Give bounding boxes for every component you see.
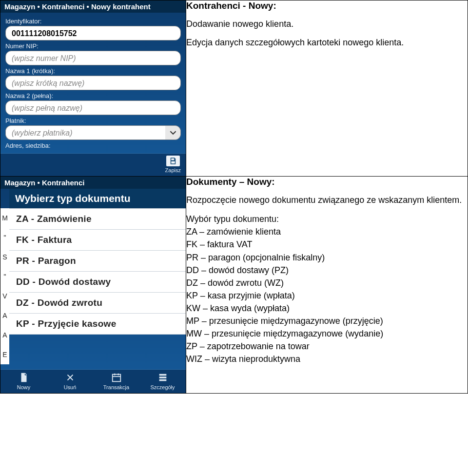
name2-label: Nazwa 2 (pełna): bbox=[5, 92, 181, 99]
list-line: PR – paragon (opcjonalnie fiskalny) bbox=[186, 251, 468, 264]
transaction-button[interactable]: Transakcja bbox=[93, 370, 139, 393]
calendar-icon bbox=[108, 372, 125, 383]
name1-label: Nazwa 1 (krótka): bbox=[5, 67, 181, 75]
payer-label: Płatnik: bbox=[5, 117, 181, 124]
list-line: MW – przesunięcie międzymagazynowe (wyda… bbox=[186, 327, 468, 340]
save-icon bbox=[166, 156, 180, 166]
details-icon bbox=[155, 372, 171, 383]
breadcrumb: Magazyn • Kontrahenci • Nowy kontrahent bbox=[0, 0, 186, 13]
name2-input[interactable]: (wpisz pełną nazwę) bbox=[5, 100, 181, 115]
list-line: KP – kasa przyjmie (wpłata) bbox=[186, 289, 468, 302]
save-button-label: Zapisz bbox=[165, 167, 181, 173]
id-label: Identyfikator: bbox=[5, 18, 181, 25]
payer-select-value: (wybierz płatnika) bbox=[5, 125, 165, 140]
name1-input[interactable]: (wpisz krótką nazwę) bbox=[5, 76, 181, 90]
new-button[interactable]: Nowy bbox=[0, 370, 47, 393]
nip-input[interactable]: (wpisz numer NIP) bbox=[5, 51, 181, 65]
list-intro: Wybór typu dokumentu: bbox=[186, 213, 468, 225]
list-line: DD – dowód dostawy (PZ) bbox=[186, 264, 468, 277]
save-button[interactable]: Zapisz bbox=[160, 154, 186, 176]
paragraph: Dodawanie nowego klienta. bbox=[186, 18, 468, 30]
transaction-button-label: Transakcja bbox=[103, 384, 129, 390]
chevron-down-icon[interactable] bbox=[165, 125, 181, 140]
paragraph: Rozpoczęcie nowego dokumentu związanego … bbox=[186, 194, 468, 206]
payer-select[interactable]: (wybierz płatnika) bbox=[5, 125, 181, 140]
list-item[interactable]: DZ - Dowód zwrotu bbox=[9, 293, 186, 314]
list-line: DZ – dowód zwrotu (WZ) bbox=[186, 277, 468, 289]
delete-button[interactable]: Usuń bbox=[47, 370, 93, 393]
list-item[interactable]: DD - Dowód dostawy bbox=[9, 272, 186, 293]
paragraph: Edycja danych szczegółowych kartoteki no… bbox=[186, 37, 468, 48]
document-type-list: ZA - Zamówienie FK - Faktura PR - Parago… bbox=[9, 208, 186, 335]
bottom-toolbar: Nowy Usuń Transakcja Szczegóły bbox=[0, 369, 186, 393]
section-title: Kontrahenci - Nowy: bbox=[186, 0, 468, 11]
details-button[interactable]: Szczegóły bbox=[139, 370, 186, 393]
list-line: KW – kasa wyda (wypłata) bbox=[186, 302, 468, 315]
list-line: ZA – zamówienie klienta bbox=[186, 225, 468, 238]
dialog-title: Wybierz typ dokumentu bbox=[9, 189, 186, 208]
address-label: Adres, siedziba: bbox=[5, 142, 181, 149]
doc-type-description: Wybór typu dokumentu: ZA – zamówienie kl… bbox=[186, 213, 468, 365]
list-item[interactable]: KP - Przyjęcie kasowe bbox=[9, 314, 186, 335]
details-button-label: Szczegóły bbox=[150, 384, 175, 390]
list-item[interactable]: ZA - Zamówienie bbox=[9, 208, 186, 230]
list-item[interactable]: FK - Faktura bbox=[9, 230, 186, 251]
delete-button-label: Usuń bbox=[64, 384, 77, 390]
phone-screen-new-contractor: Magazyn • Kontrahenci • Nowy kontrahent … bbox=[0, 0, 186, 176]
nip-label: Numer NIP: bbox=[5, 42, 181, 50]
list-line: ZP – zapotrzebowanie na towar bbox=[186, 340, 468, 353]
section-title: Dokumenty – Nowy: bbox=[186, 177, 468, 187]
list-line: FK – faktura VAT bbox=[186, 238, 468, 251]
list-line: WIZ – wizyta nieproduktywna bbox=[186, 353, 468, 365]
layout-table: Magazyn • Kontrahenci • Nowy kontrahent … bbox=[0, 0, 468, 394]
document-new-icon bbox=[16, 372, 32, 383]
breadcrumb: Magazyn • Kontrahenci bbox=[0, 177, 186, 189]
list-line: MP – przesunięcie międzymagazynowe (przy… bbox=[186, 315, 468, 327]
new-button-label: Nowy bbox=[17, 384, 31, 390]
id-input[interactable]: 001111208015752 bbox=[5, 26, 181, 40]
list-item[interactable]: PR - Paragon bbox=[9, 251, 186, 272]
delete-icon bbox=[62, 372, 78, 383]
obscured-list-letters: M " S " V A A E bbox=[0, 208, 9, 364]
phone-screen-choose-document: Magazyn • Kontrahenci M " S " V A A E Wy… bbox=[0, 177, 186, 393]
svg-rect-0 bbox=[112, 375, 120, 382]
